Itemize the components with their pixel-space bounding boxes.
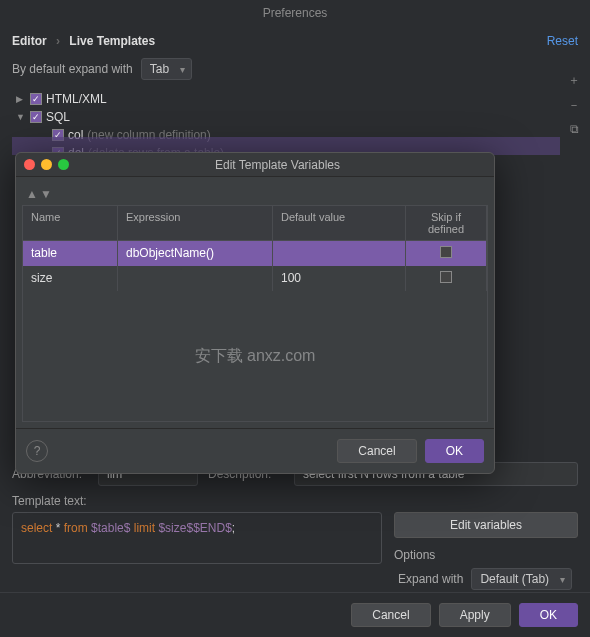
cell-default[interactable] xyxy=(273,241,406,266)
chevron-down-icon: ▼ xyxy=(16,112,26,122)
zoom-icon[interactable] xyxy=(58,159,69,170)
add-icon[interactable]: ＋ xyxy=(566,72,582,89)
traffic-lights xyxy=(24,159,69,170)
tree-node-html[interactable]: ▶ HTML/XML xyxy=(16,90,578,108)
cell-skip[interactable] xyxy=(406,266,487,291)
apply-button[interactable]: Apply xyxy=(439,603,511,627)
cancel-button[interactable]: Cancel xyxy=(351,603,430,627)
checkbox-icon[interactable] xyxy=(440,246,452,258)
close-icon[interactable] xyxy=(24,159,35,170)
expand-with-option-label: Expand with xyxy=(398,572,463,586)
options-title: Options xyxy=(394,548,578,562)
col-header-expression[interactable]: Expression xyxy=(118,206,273,241)
checkbox-icon[interactable] xyxy=(30,93,42,105)
template-text-editor[interactable]: select * from $table$ limit $size$$END$; xyxy=(12,512,382,564)
expand-with-option-select[interactable]: Default (Tab) xyxy=(471,568,572,590)
checkbox-icon[interactable] xyxy=(30,111,42,123)
main-footer: Cancel Apply OK xyxy=(0,592,590,637)
checkbox-icon[interactable] xyxy=(440,271,452,283)
table-row[interactable]: size 100 xyxy=(23,266,487,291)
ok-button[interactable]: OK xyxy=(425,439,484,463)
breadcrumb-root[interactable]: Editor xyxy=(12,34,47,48)
breadcrumb: Editor › Live Templates Reset xyxy=(12,34,578,48)
remove-icon[interactable]: － xyxy=(566,97,582,114)
help-button[interactable]: ? xyxy=(26,440,48,462)
cancel-button[interactable]: Cancel xyxy=(337,439,416,463)
template-text-label: Template text: xyxy=(12,494,578,508)
expand-with-select[interactable]: Tab xyxy=(141,58,192,80)
col-header-name[interactable]: Name xyxy=(23,206,118,241)
tree-label: HTML/XML xyxy=(46,92,107,106)
cell-name[interactable]: size xyxy=(23,266,118,291)
col-header-skip[interactable]: Skip if defined xyxy=(406,206,487,241)
edit-variables-dialog: Edit Template Variables ▲▼ Name Expressi… xyxy=(15,152,495,474)
chevron-right-icon: › xyxy=(56,34,60,48)
copy-icon[interactable]: ⧉ xyxy=(566,122,582,136)
watermark: 安下载 anxz.com xyxy=(195,346,316,367)
table-row[interactable]: table dbObjectName() xyxy=(23,241,487,266)
cell-default[interactable]: 100 xyxy=(273,266,406,291)
sort-down-icon[interactable]: ▼ xyxy=(40,187,52,201)
tree-toolbar: ＋ － ⧉ xyxy=(566,72,582,136)
tree-node-sql[interactable]: ▼ SQL xyxy=(16,108,578,126)
grid-empty-area: 安下载 anxz.com xyxy=(23,291,487,421)
dialog-titlebar[interactable]: Edit Template Variables xyxy=(16,153,494,177)
cell-skip[interactable] xyxy=(406,241,487,266)
chevron-right-icon: ▶ xyxy=(16,94,26,104)
cell-expression[interactable]: dbObjectName() xyxy=(118,241,273,266)
edit-variables-button[interactable]: Edit variables xyxy=(394,512,578,538)
window-titlebar: Preferences xyxy=(0,0,590,26)
variables-table: Name Expression Default value Skip if de… xyxy=(22,205,488,422)
ok-button[interactable]: OK xyxy=(519,603,578,627)
tree-label: SQL xyxy=(46,110,70,124)
col-header-default[interactable]: Default value xyxy=(273,206,406,241)
sort-up-icon[interactable]: ▲ xyxy=(26,187,38,201)
breadcrumb-child: Live Templates xyxy=(69,34,155,48)
expand-with-label: By default expand with xyxy=(12,62,133,76)
dialog-title: Edit Template Variables xyxy=(69,158,486,172)
cell-name[interactable]: table xyxy=(23,241,118,266)
reset-link[interactable]: Reset xyxy=(547,34,578,48)
minimize-icon[interactable] xyxy=(41,159,52,170)
cell-expression[interactable] xyxy=(118,266,273,291)
